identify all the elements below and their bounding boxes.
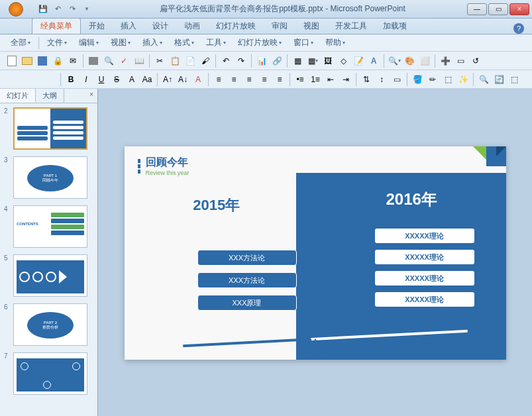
menu-file[interactable]: 文件▾ bbox=[42, 36, 72, 50]
increase-font-button[interactable]: A↑ bbox=[161, 73, 174, 86]
underline-button[interactable]: U bbox=[95, 73, 108, 86]
undo-button[interactable]: ↶ bbox=[219, 54, 233, 68]
shapes-button[interactable]: ◇ bbox=[337, 54, 350, 68]
zoom-dropdown[interactable]: 🔍▾ bbox=[388, 54, 401, 68]
slide-canvas-area[interactable]: 回顾今年 Review this year 2015年 2016年 XXX方法论… bbox=[98, 89, 532, 416]
bold-button[interactable]: B bbox=[64, 73, 78, 86]
ribbon-tab-review[interactable]: 审阅 bbox=[264, 19, 295, 34]
slide-title: 回顾今年 bbox=[146, 156, 189, 170]
print-button[interactable] bbox=[87, 54, 100, 68]
columns-button[interactable]: ▭ bbox=[390, 73, 403, 86]
select-button[interactable]: ⬚ bbox=[507, 73, 521, 86]
menu-edit[interactable]: 编辑▾ bbox=[74, 36, 104, 50]
wordart-button[interactable]: A bbox=[367, 54, 380, 68]
thumbnail-4[interactable]: CONTENTS bbox=[13, 205, 87, 248]
menu-view[interactable]: 视图▾ bbox=[105, 36, 136, 50]
picture-button[interactable]: 🖼 bbox=[321, 54, 335, 68]
decrease-font-button[interactable]: A↓ bbox=[176, 73, 189, 86]
replace-button[interactable]: 🔄 bbox=[492, 73, 505, 86]
hyperlink-button[interactable]: 🔗 bbox=[270, 54, 284, 68]
save-button[interactable] bbox=[36, 54, 49, 68]
text-box-button[interactable]: 📝 bbox=[352, 54, 365, 68]
decrease-indent-button[interactable]: ⇤ bbox=[324, 73, 337, 86]
panel-tab-outline[interactable]: 大纲 bbox=[36, 89, 64, 103]
table-button[interactable]: ▦ bbox=[291, 54, 304, 68]
menu-slideshow[interactable]: 幻灯片放映▾ bbox=[233, 36, 287, 50]
thumbnail-5[interactable] bbox=[13, 254, 87, 297]
font-color-button[interactable]: A bbox=[191, 73, 205, 86]
paste-button[interactable]: 📄 bbox=[184, 54, 197, 68]
ribbon-tab-design[interactable]: 设计 bbox=[144, 19, 176, 34]
thumbnail-2[interactable] bbox=[13, 107, 87, 150]
slide-content[interactable]: 回顾今年 Review this year 2015年 2016年 XXX方法论… bbox=[125, 146, 506, 360]
close-button[interactable]: × bbox=[509, 3, 529, 15]
align-left-button[interactable]: ≡ bbox=[212, 73, 225, 86]
permission-button[interactable]: 🔒 bbox=[51, 54, 64, 68]
new-slide-button[interactable]: ➕ bbox=[439, 54, 452, 68]
menu-window[interactable]: 窗口▾ bbox=[288, 36, 319, 50]
text-direction-button[interactable]: ↕ bbox=[375, 73, 388, 86]
bullets-button[interactable]: •≡ bbox=[293, 73, 307, 86]
align-right-button[interactable]: ≡ bbox=[242, 73, 256, 86]
layout-button[interactable]: ▭ bbox=[454, 54, 467, 68]
panel-close-button[interactable]: × bbox=[85, 89, 97, 103]
qat-customize-dropdown[interactable]: ▼ bbox=[81, 3, 93, 15]
help-button[interactable]: ? bbox=[513, 23, 524, 34]
thumbnail-list[interactable]: 2 3 PART 1回顾今年 4 CONTENTS bbox=[0, 103, 97, 416]
increase-indent-button[interactable]: ⇥ bbox=[339, 73, 352, 86]
quick-styles-button[interactable]: ✨ bbox=[456, 73, 470, 86]
ribbon-tab-animation[interactable]: 动画 bbox=[176, 19, 208, 34]
minimize-button[interactable]: — bbox=[467, 3, 487, 15]
shape-fill-button[interactable]: 🪣 bbox=[411, 73, 424, 86]
redo-button[interactable]: ↷ bbox=[235, 54, 248, 68]
qat-save-button[interactable]: 💾 bbox=[37, 3, 49, 15]
research-button[interactable]: 📖 bbox=[133, 54, 146, 68]
cut-button[interactable]: ✂ bbox=[153, 54, 166, 68]
menu-all[interactable]: 全部▾ bbox=[5, 36, 36, 50]
color-button[interactable]: 🎨 bbox=[403, 54, 416, 68]
line-spacing-button[interactable]: ⇅ bbox=[360, 73, 373, 86]
ribbon-tab-slideshow[interactable]: 幻灯片放映 bbox=[208, 19, 264, 34]
spelling-button[interactable]: ✓ bbox=[117, 54, 131, 68]
ribbon-tab-classic[interactable]: 经典菜单 bbox=[32, 18, 81, 34]
office-button[interactable] bbox=[0, 0, 32, 19]
menu-format[interactable]: 格式▾ bbox=[169, 36, 199, 50]
print-preview-button[interactable]: 🔍 bbox=[102, 54, 115, 68]
shape-outline-button[interactable]: ✏ bbox=[426, 73, 439, 86]
grayscale-button[interactable]: ⬜ bbox=[418, 54, 431, 68]
maximize-button[interactable]: ▭ bbox=[488, 3, 508, 15]
justify-button[interactable]: ≡ bbox=[258, 73, 271, 86]
year-right-label: 2016年 bbox=[386, 189, 437, 210]
ribbon-tab-developer[interactable]: 开发工具 bbox=[327, 19, 375, 34]
qat-redo-button[interactable]: ↷ bbox=[66, 3, 78, 15]
email-button[interactable]: ✉ bbox=[66, 54, 80, 68]
italic-button[interactable]: I bbox=[80, 73, 93, 86]
reset-button[interactable]: ↺ bbox=[469, 54, 482, 68]
menu-insert[interactable]: 插入▾ bbox=[137, 36, 168, 50]
find-button[interactable]: 🔍 bbox=[477, 73, 490, 86]
menu-tools[interactable]: 工具▾ bbox=[201, 36, 231, 50]
ribbon-tab-insert[interactable]: 插入 bbox=[113, 19, 144, 34]
new-button[interactable] bbox=[5, 54, 19, 68]
thumbnail-6[interactable]: PART 2形势分析 bbox=[13, 303, 87, 346]
copy-button[interactable]: 📋 bbox=[168, 54, 182, 68]
qat-undo-button[interactable]: ↶ bbox=[52, 3, 64, 15]
chart-button[interactable]: 📊 bbox=[255, 54, 268, 68]
ribbon-tab-view[interactable]: 视图 bbox=[295, 19, 327, 34]
distributed-button[interactable]: ≡ bbox=[273, 73, 286, 86]
numbering-button[interactable]: 1≡ bbox=[309, 73, 322, 86]
tables-dropdown[interactable]: ▦▾ bbox=[306, 54, 319, 68]
open-button[interactable] bbox=[21, 54, 34, 68]
align-center-button[interactable]: ≡ bbox=[227, 73, 240, 86]
ribbon-tab-addins[interactable]: 加载项 bbox=[375, 19, 415, 34]
change-case-button[interactable]: Aa bbox=[140, 73, 154, 86]
arrange-button[interactable]: ⬚ bbox=[441, 73, 454, 86]
menu-help[interactable]: 帮助▾ bbox=[320, 36, 350, 50]
panel-tab-slides[interactable]: 幻灯片 bbox=[0, 89, 36, 103]
shadow-button[interactable]: A bbox=[125, 73, 138, 86]
thumbnail-7[interactable] bbox=[13, 352, 87, 395]
strikethrough-button[interactable]: S bbox=[110, 73, 123, 86]
format-painter-button[interactable]: 🖌 bbox=[199, 54, 212, 68]
thumbnail-3[interactable]: PART 1回顾今年 bbox=[13, 156, 87, 199]
ribbon-tab-home[interactable]: 开始 bbox=[81, 19, 113, 34]
